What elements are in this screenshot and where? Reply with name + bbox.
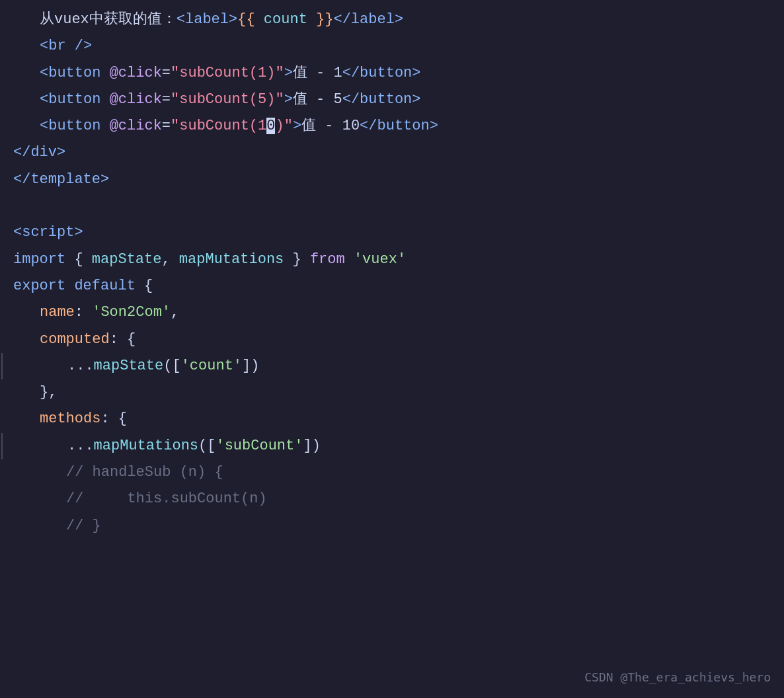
code-line-6: </div>	[0, 139, 784, 166]
string-count: 'count'	[181, 354, 242, 378]
code-line-14: ...mapState(['count'])	[1, 353, 784, 379]
attr: @click	[110, 114, 162, 138]
code-line-11: export default {	[0, 273, 784, 299]
code-text: ([	[163, 354, 180, 378]
template-bracket: {{	[237, 8, 255, 32]
func-name: mapState	[92, 248, 162, 272]
tag: <button	[40, 88, 100, 112]
code-text: =	[162, 114, 171, 138]
tag: >	[284, 88, 293, 112]
code-text: 值 - 1	[293, 61, 342, 85]
keyword-export: export	[13, 274, 65, 298]
tag: >	[284, 61, 293, 85]
tag: </label>	[333, 8, 403, 32]
code-text: ([	[198, 434, 216, 458]
code-text: =	[162, 61, 171, 85]
code-text: :	[75, 301, 92, 325]
comment: // this.subCount(n)	[66, 487, 267, 511]
code-editor: 从vuex中获取的值：<label>{{ count }}</label> <b…	[0, 0, 784, 698]
tag: <button	[40, 61, 100, 85]
func-mapmutations: mapMutations	[94, 434, 198, 458]
tag: </template>	[13, 168, 109, 192]
code-line-10: import { mapState, mapMutations } from '…	[0, 247, 784, 273]
code-text: 从vuex中获取的值：	[40, 8, 176, 32]
string-with-cursor: "subCount(10)"	[171, 114, 293, 138]
code-text: ,	[171, 301, 179, 325]
tag: <label>	[176, 8, 237, 32]
code-line-16: methods: {	[0, 406, 784, 432]
string-vuex: 'vuex'	[354, 248, 406, 272]
attr: @click	[110, 61, 162, 85]
code-text: : {	[110, 328, 136, 352]
code-line-7: </template>	[0, 167, 784, 193]
spread-operator: ...	[67, 434, 94, 458]
code-line-3: <button @click="subCount(1)">值 - 1</butt…	[0, 60, 784, 87]
tag: >	[293, 114, 301, 138]
tag: </button>	[360, 114, 438, 138]
code-text: count	[255, 8, 316, 32]
tag: </div>	[13, 141, 65, 165]
string-subcount: 'subCount'	[216, 434, 303, 458]
prop-methods: methods	[40, 407, 100, 431]
func-mapstate: mapState	[94, 354, 164, 378]
code-line-17: ...mapMutations(['subCount'])	[1, 433, 784, 459]
string-value: 'Son2Com'	[92, 301, 171, 325]
func-name: mapMutations	[179, 248, 284, 272]
code-line-15: },	[0, 379, 784, 406]
code-text: 值 - 10	[301, 114, 360, 138]
code-text: 值 - 5	[293, 88, 342, 112]
keyword-import: import	[13, 248, 65, 272]
code-line-8	[0, 193, 784, 219]
prop-name: name	[40, 301, 75, 325]
code-text: : {	[100, 407, 127, 431]
empty-line	[13, 194, 22, 218]
code-text: {	[136, 274, 153, 298]
template-bracket: }}	[316, 8, 333, 32]
code-line-1: 从vuex中获取的值：<label>{{ count }}</label>	[0, 7, 784, 33]
tag: <script>	[13, 221, 83, 245]
attr: @click	[110, 88, 162, 112]
code-line-2: <br />	[0, 33, 784, 59]
prop-computed: computed	[40, 328, 110, 352]
code-text	[65, 274, 74, 298]
code-text	[100, 114, 109, 138]
string: "subCount(5)"	[171, 88, 284, 112]
code-line-19: // this.subCount(n)	[0, 486, 784, 512]
watermark: CSDN @The_era_achievs_hero	[584, 668, 771, 687]
code-line-18: // handleSub (n) {	[0, 459, 784, 486]
code-line-9: <script>	[0, 219, 784, 246]
code-text: }	[284, 248, 310, 272]
code-text: =	[162, 88, 171, 112]
code-line-20: // }	[0, 513, 784, 539]
code-text: ])	[242, 354, 259, 378]
code-text: ])	[303, 434, 320, 458]
tag: </button>	[342, 88, 421, 112]
code-text: },	[40, 381, 57, 405]
comment: // }	[66, 514, 101, 538]
keyword-default: default	[74, 274, 135, 298]
code-text: ,	[161, 248, 178, 272]
tag: </button>	[342, 61, 421, 85]
code-line-5: <button @click="subCount(10)">值 - 10</bu…	[0, 113, 784, 139]
comment: // handleSub (n) {	[66, 461, 223, 485]
tag: <br />	[40, 34, 92, 58]
code-text	[345, 248, 354, 272]
code-line-13: computed: {	[0, 327, 784, 353]
keyword-from: from	[310, 248, 345, 272]
code-line-12: name: 'Son2Com',	[0, 299, 784, 326]
code-line-4: <button @click="subCount(5)">值 - 5</butt…	[0, 87, 784, 113]
code-text	[100, 88, 109, 112]
string: "subCount(1)"	[171, 61, 284, 85]
code-text: {	[65, 248, 92, 272]
spread-operator: ...	[67, 354, 94, 378]
tag: <button	[40, 114, 100, 138]
code-text	[100, 61, 109, 85]
